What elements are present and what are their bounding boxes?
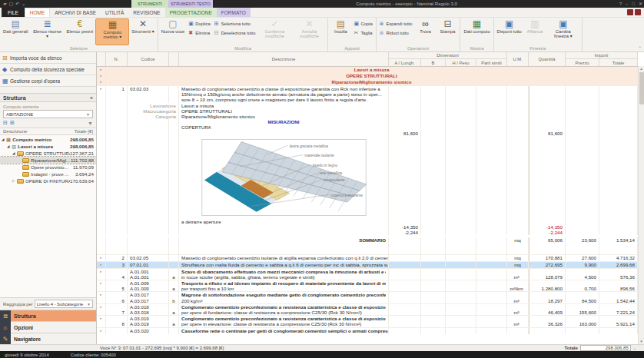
grid-row-item[interactable]: ▸7A.03.018A.03.018aConglomerato cementiz… xyxy=(97,303,638,315)
cell xyxy=(421,136,446,219)
undo-icon[interactable]: ↶ xyxy=(15,2,19,6)
header-um[interactable]: U.M. xyxy=(507,52,529,66)
cell xyxy=(446,108,476,114)
header-descrizione[interactable]: Descrizione xyxy=(179,52,389,66)
header-b[interactable]: B xyxy=(421,59,446,66)
line: 46,409 xyxy=(548,310,563,315)
minimize-button[interactable]: – xyxy=(626,2,628,6)
tab-formato[interactable]: FORMATO xyxy=(217,8,251,17)
ribbon-button-stampa[interactable]: ⊟Stampa xyxy=(437,18,458,45)
ribbon-button-cambia-finestra[interactable]: ▣Cambia finestra ▾ xyxy=(546,18,580,45)
tree-item-indagini-prove[interactable]: Indagini - prove ...3.694,24 xyxy=(0,171,96,177)
ribbon-button-deseleziona-tutto[interactable]: ⊟Deseleziona tutto xyxy=(213,28,257,37)
ribbon-button-disponi-tutto[interactable]: ▣Disponi tutto xyxy=(496,18,523,45)
ribbon-button-espandi-tutto[interactable]: ≣Espandi tutto xyxy=(378,19,414,28)
cell xyxy=(389,244,421,254)
header-quantita[interactable]: Quantità xyxy=(529,52,566,66)
maximize-button[interactable]: □ xyxy=(632,2,635,6)
ribbon-button-elenco-risorse[interactable]: ≣Elenco risorse ▾ xyxy=(31,18,65,45)
line: 7.221,24 xyxy=(616,310,635,315)
tab-archivi-di-base[interactable]: ARCHIVI DI BASE xyxy=(50,8,101,17)
group-by-select[interactable]: Livello 4 - Subcategorie ▼ xyxy=(35,300,93,308)
header-n[interactable]: N. xyxy=(106,52,128,66)
ribbon-button-trova[interactable]: ∞Trova xyxy=(414,18,436,45)
grid-row-item[interactable]: ▸A.03.020Casseforme rette o centinate pe… xyxy=(97,327,638,334)
ribbon-button-taglia[interactable]: ✂Taglia xyxy=(352,28,373,37)
scroll-down-icon[interactable]: ▼ xyxy=(639,339,642,344)
tree-item-lavori-a-misura[interactable]: ◢▥Lavori a misura298.006,85 xyxy=(0,143,96,150)
folder-icon xyxy=(22,165,29,170)
line: 1.280,800 xyxy=(541,286,563,291)
scrollbar-thumb[interactable] xyxy=(639,72,644,104)
ribbon-button-stack: ≣Espandi tutto≣Riduci tutto xyxy=(378,18,414,45)
ribbon-button-nuova-voce[interactable]: ▢Nuova voce xyxy=(160,18,187,45)
cambia-finestra-icon: ▣ xyxy=(559,19,567,29)
cell xyxy=(529,86,566,103)
current-computo-select[interactable]: ABITAZIONE ▼ xyxy=(3,110,93,118)
tab-file[interactable]: FILE xyxy=(2,8,25,17)
header-a-lungh[interactable]: A / Lungh. xyxy=(389,59,421,66)
ribbon-button-dati-computo[interactable]: ▦Dati computo xyxy=(462,18,491,45)
collapse-panel-button[interactable]: « xyxy=(90,95,93,101)
tree-item-opere-di-finitura[interactable]: ▷OPERE DI FINITURA170.639,64 xyxy=(0,177,96,184)
header-totale[interactable]: Totale xyxy=(599,59,638,66)
ribbon-button-strumenti[interactable]: ✕Strumenti ▾ xyxy=(130,18,155,45)
sidebar-nav-struttura[interactable]: ≣Struttura xyxy=(0,310,96,321)
tree-item-opere-strutturali[interactable]: ◢OPERE STRUTTURALI127.367,21 xyxy=(0,150,96,157)
ribbon-button-computo-metrico[interactable]: ▦Computo metrico ▾ xyxy=(95,18,129,45)
grid-row-item[interactable]: ▸203.02.05Massetto di conglomerato cemen… xyxy=(97,254,638,261)
header-h-peso[interactable]: H / Peso xyxy=(446,59,476,66)
collapse-ribbon-icon[interactable]: ⌃ xyxy=(638,45,642,51)
header-parti-simili[interactable]: Parti simili xyxy=(476,59,507,66)
save-icon[interactable]: ▢ xyxy=(9,2,14,6)
tree-item-computo-metrico[interactable]: ◢▦Computo metrico298.006,85 xyxy=(0,136,96,143)
cell: 46,409 xyxy=(529,304,566,315)
grid-row-item[interactable]: ▸4A.01.001A.01.001aScavo di sbancamento … xyxy=(97,268,638,280)
ribbon-button-dati-generali[interactable]: ▤Dati generali xyxy=(2,18,30,45)
tab-revisione[interactable]: REVISIONE xyxy=(128,8,164,17)
grid-row-item[interactable]: ▸5A.01.009A.01.009aTrasporto a rifiuto o… xyxy=(97,280,638,291)
ribbon-button-copia[interactable]: ▣Copia xyxy=(352,19,373,28)
vertical-scrollbar[interactable]: ▲ ▼ xyxy=(638,66,644,344)
cell xyxy=(476,136,507,219)
sidebar-tool-importa-voce-da-elenco[interactable]: ⊞Importa voce da elenco xyxy=(0,52,96,64)
tab-progettazione[interactable]: PROGETTAZIONE xyxy=(165,8,217,17)
ribbon-button-duplica[interactable]: ▣Duplica xyxy=(187,19,211,28)
app-icon[interactable]: ▰ xyxy=(3,2,7,6)
sidebar-tool-computo-della-sicurezza-speciale[interactable]: ◆Computo della sicurezza speciale xyxy=(0,64,96,75)
cell xyxy=(389,219,421,224)
cell: m³/km xyxy=(507,280,529,291)
tab-home[interactable]: HOME xyxy=(25,8,51,17)
tree-item-opere-provvisio[interactable]: Opere provvisio...11.970,09 xyxy=(0,164,96,171)
ribbon-button-seleziona-tutto[interactable]: ⊞Seleziona tutto xyxy=(213,19,257,28)
cell xyxy=(106,230,128,235)
tree-item-riparazione-migl[interactable]: Riparazione/Migl...111.702,88 xyxy=(0,157,96,164)
grid-row-item[interactable]: ▸8A.03.019A.03.019aConglomerato cementiz… xyxy=(97,315,638,327)
cell xyxy=(507,108,529,114)
help-button[interactable]: ? xyxy=(619,2,622,6)
grid-row-item[interactable]: ▸103.02.03Massetto di conglomerato cemen… xyxy=(97,85,638,103)
close-button[interactable]: ✕ xyxy=(639,2,642,6)
sidebar-nav-navigatore[interactable]: ✎Navigatore xyxy=(0,333,96,344)
cell xyxy=(446,316,476,327)
sidebar-nav-opzioni[interactable]: ☼Opzioni xyxy=(0,321,96,333)
ribbon-button-elenco-prezzi[interactable]: €Elenco prezzi xyxy=(65,18,95,45)
header-prezzo[interactable]: Prezzo xyxy=(566,59,599,66)
grid-row-item[interactable]: ▸6A.03.017A.03.017bMagrone di sottofonda… xyxy=(97,291,638,303)
qat-menu-icon[interactable]: ⌄ xyxy=(22,2,25,6)
header-codice[interactable]: Codice xyxy=(128,52,169,66)
group-by-label: Raggruppa per xyxy=(0,302,35,307)
grid-row-item[interactable]: ▸307.01.01Sbruffatura con malta fluida d… xyxy=(97,261,638,268)
cell: mq xyxy=(507,255,529,261)
scroll-up-icon[interactable]: ▲ xyxy=(639,66,642,71)
collapse-all-icon[interactable]: ⊟ xyxy=(3,120,8,126)
chevron-down-icon[interactable]: ⌄ xyxy=(633,346,636,350)
ribbon-button-elimina[interactable]: ✖Elimina xyxy=(187,28,211,37)
grid-row-section: ▸Riparazione/Miglioramento sismico xyxy=(97,79,638,85)
expand-all-icon[interactable]: ⊞ xyxy=(10,120,15,126)
ribbon-button-incolla[interactable]: ▤Incolla xyxy=(330,18,351,45)
filter-icon[interactable]: ▼ xyxy=(88,121,93,126)
ribbon-button-riduci-tutto[interactable]: ≣Riduci tutto xyxy=(378,28,414,37)
sidebar-tool-gestione-corpi-d-opera[interactable]: ▦Gestione corpi d'opera xyxy=(0,75,96,87)
tab-utilità[interactable]: UTILITÀ xyxy=(101,8,128,17)
